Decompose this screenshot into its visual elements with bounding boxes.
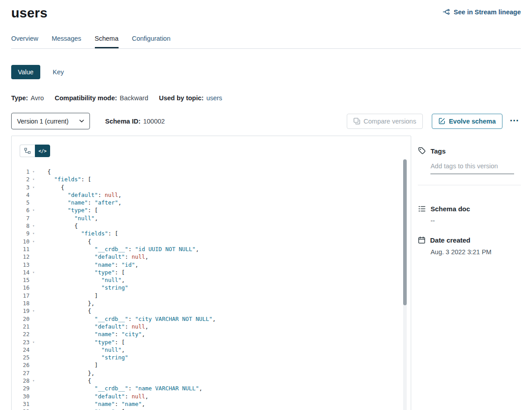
tab-schema[interactable]: Schema: [95, 35, 119, 48]
type-value: Avro: [31, 94, 44, 102]
type-label: Type:: [11, 94, 28, 102]
code-line: 20 "__crdb__": "city VARCHAR NOT NULL",: [20, 315, 411, 323]
editor-view-toggle: </>: [20, 145, 411, 157]
value-toggle-button[interactable]: Value: [11, 65, 40, 79]
code-line: 21 "default": null,: [20, 323, 411, 330]
fold-toggle-icon[interactable]: ▾: [30, 206, 38, 214]
compatibility-meta: Compatibility mode:Backward: [55, 94, 148, 102]
fold-spacer: [30, 191, 38, 199]
fold-spacer: [30, 284, 38, 291]
schema-editor-panel: </> 1▾{2▾ "fields": [3▾ {4 "default": nu…: [11, 136, 411, 410]
fold-spacer: [30, 330, 38, 338]
fold-toggle-icon[interactable]: ▾: [30, 269, 38, 276]
fold-spacer: [30, 261, 38, 269]
topic-label: Used by topic:: [159, 94, 204, 102]
line-number: 5: [20, 199, 30, 206]
schema-content: </> 1▾{2▾ "fields": [3▾ {4 "default": nu…: [11, 136, 521, 410]
code-line: 26 ]: [20, 361, 411, 369]
code-view-button[interactable]: </>: [35, 145, 50, 157]
tab-configuration[interactable]: Configuration: [132, 35, 170, 48]
fold-spacer: [30, 384, 38, 392]
line-number: 12: [20, 253, 30, 261]
code-text: },: [47, 299, 94, 307]
key-toggle-button[interactable]: Key: [50, 68, 67, 76]
date-created-value: Aug. 3 2022 3:21 PM: [430, 248, 521, 256]
code-line: 32▾ "type": [: [20, 408, 411, 410]
schema-doc-value: --: [430, 217, 521, 224]
code-line: 31 "name": "name",: [20, 400, 411, 408]
code-line: 17 ]: [20, 292, 411, 299]
code-text: "type": [: [47, 206, 98, 214]
line-number: 7: [20, 214, 30, 222]
schema-doc-icon: [418, 205, 426, 212]
line-number: 14: [20, 269, 30, 276]
code-line: 11 "__crdb__": "id UUID NOT NULL",: [20, 245, 411, 253]
code-text: "type": [: [47, 408, 125, 410]
fold-spacer: [30, 315, 38, 323]
topic-link[interactable]: users: [206, 94, 222, 102]
fold-spacer: [30, 369, 38, 377]
code-line: 13 "name": "id",: [20, 261, 411, 269]
compare-versions-icon: [353, 118, 360, 124]
code-view-icon: </>: [38, 149, 47, 154]
fold-toggle-icon[interactable]: ▾: [30, 377, 38, 384]
line-number: 10: [20, 238, 30, 245]
fold-toggle-icon[interactable]: ▾: [30, 238, 38, 245]
line-number: 1: [20, 168, 30, 175]
code-text: "name": "city",: [47, 330, 145, 338]
fold-toggle-icon[interactable]: ▾: [30, 307, 38, 315]
tab-messages[interactable]: Messages: [51, 35, 81, 48]
fold-spacer: [30, 253, 38, 261]
evolve-schema-button[interactable]: Evolve schema: [432, 114, 502, 129]
line-number: 25: [20, 354, 30, 361]
compatibility-value: Backward: [120, 94, 149, 102]
chevron-down-icon: [79, 120, 84, 123]
code-text: "string": [47, 284, 128, 291]
more-options-button[interactable]: ⋯: [509, 115, 521, 127]
stream-lineage-link[interactable]: See in Stream lineage: [443, 8, 521, 16]
line-number: 27: [20, 369, 30, 377]
evolve-schema-icon: [438, 118, 445, 124]
code-line: 12 "default": null,: [20, 253, 411, 261]
code-text: {: [47, 168, 51, 175]
code-line: 15 "null",: [20, 276, 411, 284]
compare-versions-button[interactable]: Compare versions: [347, 114, 423, 129]
fold-toggle-icon[interactable]: ▾: [30, 168, 38, 175]
code-line: 5 "name": "after",: [20, 199, 411, 206]
fold-toggle-icon[interactable]: ▾: [30, 175, 38, 183]
code-lines: 1▾{2▾ "fields": [3▾ {4 "default": null,5…: [20, 168, 411, 410]
fold-toggle-icon[interactable]: ▾: [30, 184, 38, 191]
line-number: 22: [20, 330, 30, 338]
schema-doc-title: Schema doc: [430, 205, 470, 213]
fold-toggle-icon[interactable]: ▾: [30, 230, 38, 237]
tags-header: Tags: [418, 147, 521, 155]
code-text: "default": null,: [47, 253, 149, 261]
code-text: "name": "name",: [47, 400, 145, 408]
page-title: users: [11, 5, 47, 21]
line-number: 8: [20, 222, 30, 230]
page-header: users See in Stream lineage: [11, 0, 521, 21]
fold-spacer: [30, 299, 38, 307]
line-number: 11: [20, 245, 30, 253]
version-select[interactable]: Version 1 (current): [11, 113, 90, 129]
code-line: 27 },: [20, 369, 411, 377]
code-text: ]: [47, 292, 98, 299]
tree-view-button[interactable]: [20, 145, 35, 157]
tab-overview[interactable]: Overview: [11, 35, 38, 48]
line-number: 21: [20, 323, 30, 330]
compare-versions-label: Compare versions: [364, 118, 417, 125]
line-number: 20: [20, 315, 30, 323]
fold-spacer: [30, 276, 38, 284]
code-line: 23▾ "type": [: [20, 338, 411, 346]
tab-bar: Overview Messages Schema Configuration: [11, 35, 521, 49]
fold-toggle-icon[interactable]: ▾: [30, 408, 38, 410]
add-tags-input[interactable]: [430, 162, 514, 174]
code-line: 18 },: [20, 299, 411, 307]
fold-toggle-icon[interactable]: ▾: [30, 338, 38, 346]
line-number: 31: [20, 400, 30, 408]
fold-toggle-icon[interactable]: ▾: [30, 222, 38, 230]
editor-scrollbar-thumb[interactable]: [403, 159, 407, 305]
line-number: 17: [20, 292, 30, 299]
version-actions-row: Version 1 (current) Schema ID:100002 Com…: [11, 113, 521, 129]
evolve-schema-label: Evolve schema: [449, 118, 496, 125]
